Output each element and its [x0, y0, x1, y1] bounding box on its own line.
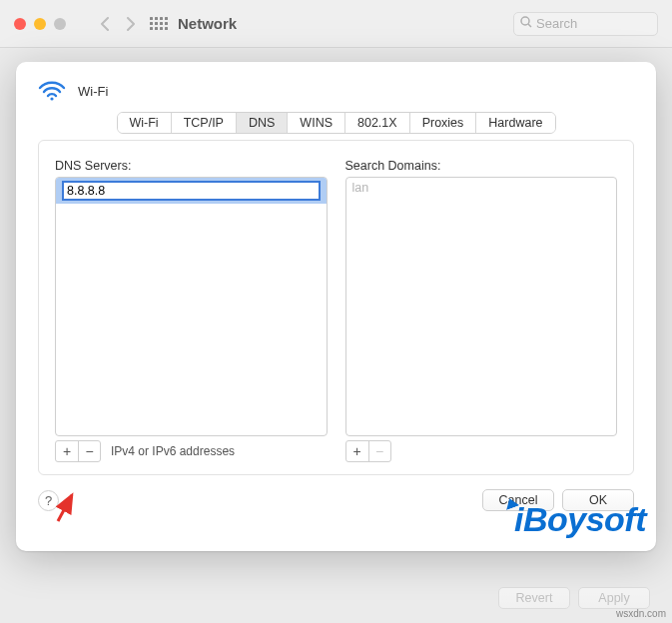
dns-servers-column: DNS Servers: + − IPv4 or IPv6 addresses — [55, 159, 328, 462]
tab-802-1x[interactable]: 802.1X — [345, 113, 410, 133]
dns-server-row[interactable] — [56, 178, 327, 204]
minimize-traffic-light[interactable] — [34, 18, 46, 30]
svg-point-0 — [521, 17, 529, 25]
search-domains-list[interactable]: lan — [345, 177, 618, 436]
domain-add-remove: + − — [345, 440, 391, 462]
forward-button[interactable] — [118, 11, 144, 37]
dns-add-remove: + − — [55, 440, 101, 462]
dns-servers-label: DNS Servers: — [55, 159, 328, 173]
tab-wi-fi[interactable]: Wi-Fi — [118, 113, 172, 133]
tab-hardware[interactable]: Hardware — [476, 113, 554, 133]
tab-wins[interactable]: WINS — [288, 113, 345, 133]
dns-hint: IPv4 or IPv6 addresses — [111, 444, 235, 458]
search-field[interactable]: Search — [513, 12, 658, 36]
tabs: Wi-FiTCP/IPDNSWINS802.1XProxiesHardware — [38, 112, 634, 134]
prefpane-footer: Revert Apply — [498, 587, 650, 609]
sheet-header: Wi-Fi — [38, 80, 634, 102]
source-domain-mark: wsxdn.com — [616, 608, 666, 619]
search-domain-placeholder: lan — [346, 178, 617, 198]
tab-dns[interactable]: DNS — [237, 113, 288, 133]
svg-point-2 — [50, 97, 53, 100]
dns-remove-button[interactable]: − — [78, 441, 100, 461]
ok-button[interactable]: OK — [562, 489, 634, 511]
domain-remove-button[interactable]: − — [368, 441, 390, 461]
dns-add-button[interactable]: + — [56, 441, 78, 461]
window-title: Network — [178, 15, 237, 32]
titlebar: Network Search — [0, 0, 672, 48]
tab-panel-dns: DNS Servers: + − IPv4 or IPv6 addresses … — [38, 140, 634, 475]
svg-line-1 — [528, 24, 531, 27]
tab-tcp-ip[interactable]: TCP/IP — [172, 113, 237, 133]
cancel-button[interactable]: Cancel — [482, 489, 554, 511]
dns-servers-list[interactable] — [55, 177, 328, 436]
grid-icon — [150, 17, 168, 30]
tab-proxies[interactable]: Proxies — [410, 113, 477, 133]
apply-button[interactable]: Apply — [578, 587, 650, 609]
wifi-icon — [38, 80, 66, 102]
chevron-left-icon — [100, 17, 110, 31]
show-all-button[interactable] — [150, 17, 168, 30]
traffic-lights — [14, 18, 66, 30]
network-advanced-sheet: Wi-Fi Wi-FiTCP/IPDNSWINS802.1XProxiesHar… — [16, 62, 656, 551]
search-icon — [520, 16, 532, 31]
close-traffic-light[interactable] — [14, 18, 26, 30]
sheet-footer: ? Cancel OK — [38, 489, 634, 511]
back-button[interactable] — [92, 11, 118, 37]
connection-name: Wi-Fi — [78, 84, 108, 99]
revert-button[interactable]: Revert — [498, 587, 570, 609]
search-domains-label: Search Domains: — [345, 159, 618, 173]
search-placeholder: Search — [536, 16, 577, 31]
search-domains-column: Search Domains: lan + − — [345, 159, 618, 462]
chevron-right-icon — [126, 17, 136, 31]
dns-server-input[interactable] — [62, 181, 321, 201]
help-button[interactable]: ? — [38, 490, 59, 511]
zoom-traffic-light — [54, 18, 66, 30]
domain-add-button[interactable]: + — [346, 441, 368, 461]
